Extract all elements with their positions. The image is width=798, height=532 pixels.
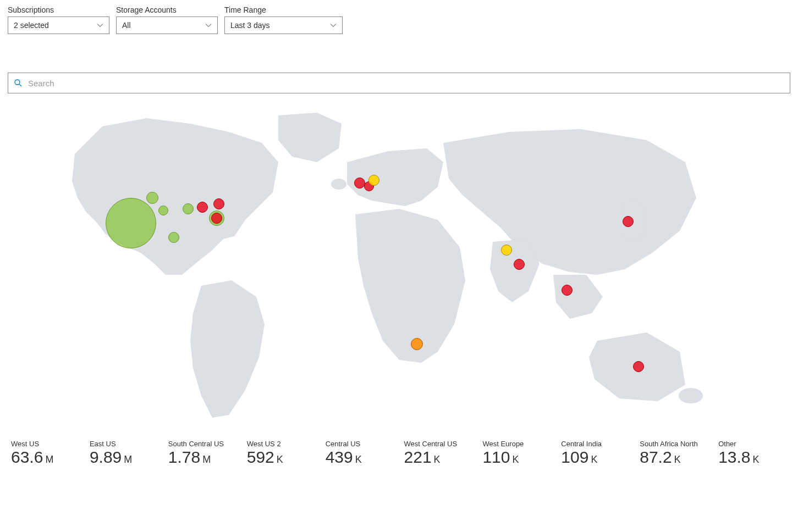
stat-label: West Europe	[482, 440, 551, 448]
stat-value: 110K	[482, 448, 551, 466]
stat-label: West US 2	[247, 440, 316, 448]
map-bubble-west-central-us[interactable]	[158, 206, 168, 215]
map-bubble-south-central-us[interactable]	[168, 232, 179, 243]
map-bubble-central-india[interactable]	[501, 245, 512, 256]
stat-card[interactable]: West Central US221K	[404, 440, 473, 466]
timerange-value: Last 3 days	[230, 21, 270, 30]
world-map-silhouette	[42, 110, 757, 429]
storage-value: All	[122, 21, 131, 30]
stat-value: 592K	[247, 448, 316, 466]
stat-card[interactable]: South Central US1.78M	[168, 440, 237, 466]
map-bubble-southeast-asia[interactable]	[562, 285, 573, 296]
map-bubble-japan-east[interactable]	[623, 216, 634, 227]
stat-label: Other	[718, 440, 787, 448]
svg-line-1	[19, 84, 21, 86]
chevron-down-icon	[97, 22, 103, 29]
filter-bar: Subscriptions 2 selected Storage Account…	[8, 5, 790, 34]
map-bubble-east-us-red-1[interactable]	[197, 202, 208, 213]
map-bubble-south-india[interactable]	[514, 259, 525, 270]
timerange-select[interactable]: Last 3 days	[224, 16, 343, 34]
stat-value: 109K	[561, 448, 630, 466]
map-bubble-australia-se[interactable]	[633, 361, 644, 372]
storage-label: Storage Accounts	[116, 5, 218, 14]
stat-value: 1.78M	[168, 448, 237, 466]
stat-label: Central US	[326, 440, 394, 448]
stat-card[interactable]: West US 2592K	[247, 440, 316, 466]
storage-filter: Storage Accounts All	[116, 5, 218, 34]
stat-card[interactable]: Other13.8K	[718, 440, 787, 466]
world-map-chart	[42, 110, 757, 429]
map-bubble-west-europe-2[interactable]	[368, 175, 379, 186]
timerange-filter: Time Range Last 3 days	[224, 5, 343, 34]
search-icon	[14, 79, 23, 87]
stat-label: West US	[11, 440, 80, 448]
svg-point-4	[679, 388, 703, 403]
stat-card[interactable]: West US63.6M	[11, 440, 80, 466]
stat-label: East US	[90, 440, 158, 448]
stat-value: 13.8K	[718, 448, 787, 466]
storage-select[interactable]: All	[116, 16, 218, 34]
stat-label: South Central US	[168, 440, 237, 448]
stat-label: West Central US	[404, 440, 473, 448]
subscriptions-filter: Subscriptions 2 selected	[8, 5, 109, 34]
stat-value: 63.6M	[11, 448, 80, 466]
chevron-down-icon	[205, 22, 212, 29]
subscriptions-value: 2 selected	[14, 21, 49, 30]
stat-card[interactable]: Central India109K	[561, 440, 630, 466]
svg-point-0	[15, 80, 20, 85]
map-bubble-west-us-2[interactable]	[146, 192, 158, 204]
search-field[interactable]	[8, 73, 790, 93]
stat-card[interactable]: East US9.89M	[90, 440, 158, 466]
stat-card[interactable]: Central US439K	[326, 440, 394, 466]
stat-label: Central India	[561, 440, 630, 448]
map-bubble-west-us[interactable]	[106, 198, 156, 248]
map-bubble-east-us-red-2[interactable]	[213, 198, 224, 209]
region-stats-row: West US63.6MEast US9.89MSouth Central US…	[8, 440, 790, 466]
stat-value: 439K	[326, 448, 394, 466]
subscriptions-label: Subscriptions	[8, 5, 109, 14]
map-bubble-south-africa-n[interactable]	[411, 338, 423, 350]
search-input[interactable]	[27, 78, 784, 88]
subscriptions-select[interactable]: 2 selected	[8, 16, 109, 34]
stat-card[interactable]: South Africa North87.2K	[640, 440, 708, 466]
stat-card[interactable]: West Europe110K	[482, 440, 551, 466]
stat-value: 9.89M	[90, 448, 158, 466]
timerange-label: Time Range	[224, 5, 343, 14]
stat-value: 87.2K	[640, 448, 708, 466]
map-bubble-east-us-red-3[interactable]	[211, 213, 222, 224]
stat-label: South Africa North	[640, 440, 708, 448]
svg-point-3	[331, 179, 346, 190]
map-bubble-central-us[interactable]	[183, 203, 194, 214]
chevron-down-icon	[330, 22, 337, 29]
stat-value: 221K	[404, 448, 473, 466]
